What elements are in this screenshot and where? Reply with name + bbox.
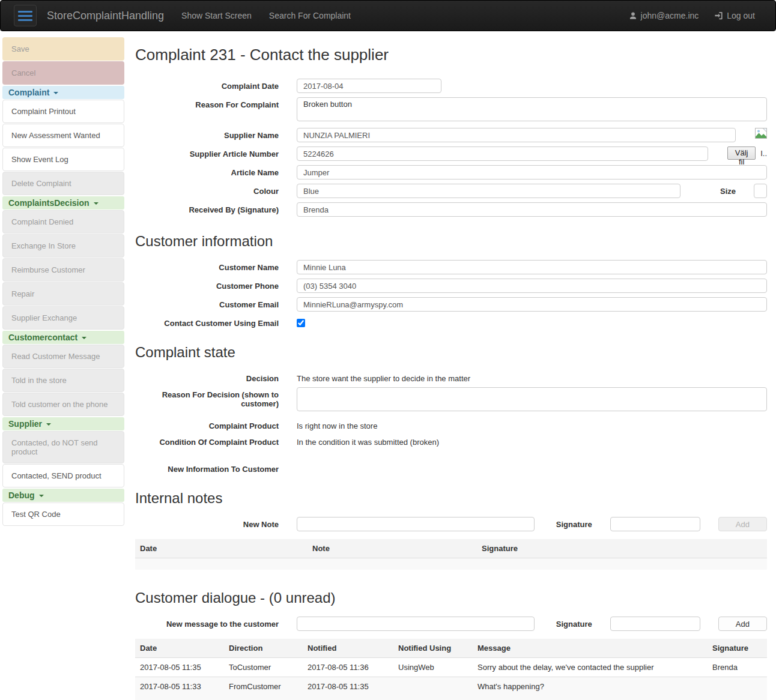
sidebar-item-new-assessment-wanted[interactable]: New Assessment Wanted — [2, 124, 124, 147]
message-signature-label: Signature — [556, 617, 592, 629]
contact-customer-using-email-checkbox[interactable] — [297, 319, 305, 327]
hamburger-bar — [18, 11, 32, 13]
cell-direction: ToCustomer — [224, 657, 303, 677]
received-by-label: Received By (Signature) — [135, 202, 279, 214]
sidebar-item-show-event-log[interactable]: Show Event Log — [2, 148, 124, 171]
sidebar-item-supplier-exchange[interactable]: Supplier Exchange — [2, 306, 124, 330]
sidebar-item-complaint-denied[interactable]: Complaint Denied — [2, 210, 124, 234]
message-signature-input[interactable] — [610, 617, 700, 631]
sidebar-item-told-customer-on-the-phone[interactable]: Told customer on the phone — [2, 393, 124, 416]
reason-for-decision-label: Reason For Decision (shown to customer) — [135, 387, 279, 408]
colour-label: Colour — [135, 184, 279, 196]
complaint-date-input[interactable] — [297, 79, 441, 93]
new-message-input[interactable] — [297, 617, 535, 631]
article-name-input[interactable] — [297, 165, 767, 180]
new-message-label: New message to the customer — [135, 617, 279, 629]
customer-name-input[interactable] — [297, 260, 767, 274]
customer-dialogue-heading: Customer dialogue - (0 unread) — [135, 590, 767, 606]
sidebar-item-exchange-in-store[interactable]: Exchange In Store — [2, 234, 124, 258]
sidebar-section-customercontact[interactable]: Customercontact — [2, 331, 124, 344]
internal-notes-empty-row — [135, 558, 767, 570]
contact-customer-using-email-label: Contact Customer Using Email — [135, 316, 279, 328]
file-name-text: I.. — [760, 149, 767, 158]
add-message-button[interactable]: Add — [718, 617, 767, 631]
nav-search-for-complaint[interactable]: Search For Complaint — [269, 11, 351, 20]
add-note-button[interactable]: Add — [718, 517, 767, 531]
chevron-down-icon — [53, 92, 58, 94]
customer-dialogue-header-row: Date Direction Notified Notified Using M… — [135, 639, 767, 657]
cell-message: What's happening? — [473, 677, 708, 700]
save-button[interactable]: Save — [2, 37, 124, 61]
chevron-down-icon — [82, 337, 86, 339]
broken-image-icon — [755, 128, 767, 140]
decision-value: The store want the supplier to decide in… — [297, 371, 470, 383]
section-label: Customercontact — [8, 333, 77, 342]
reason-for-decision-textarea[interactable] — [297, 387, 767, 411]
sidebar-section-complaintsdecision[interactable]: ComplaintsDecision — [2, 196, 124, 210]
nav-show-start-screen[interactable]: Show Start Screen — [181, 11, 252, 20]
column-header-date: Date — [135, 639, 224, 657]
sidebar-item-complaint-printout[interactable]: Complaint Printout — [2, 100, 124, 123]
cell-signature: Brenda — [708, 657, 767, 677]
sidebar-item-reimburse-customer[interactable]: Reimburse Customer — [2, 258, 124, 282]
choose-file-button[interactable]: Välj fil — [727, 146, 756, 160]
customer-phone-label: Customer Phone — [135, 279, 279, 291]
column-header-message: Message — [473, 639, 708, 657]
colour-input[interactable] — [297, 184, 681, 198]
size-input[interactable] — [754, 184, 767, 198]
chevron-down-icon — [46, 423, 51, 426]
sidebar-item-read-customer-message[interactable]: Read Customer Message — [2, 345, 124, 368]
complaint-state-heading: Complaint state — [135, 344, 767, 361]
customer-phone-input[interactable] — [297, 279, 767, 293]
decision-label: Decision — [135, 371, 279, 383]
complaint-date-label: Complaint Date — [135, 79, 279, 91]
user-icon — [629, 11, 637, 20]
note-signature-input[interactable] — [610, 517, 700, 531]
main-content: Complaint 231 - Contact the supplier Com… — [135, 37, 767, 700]
column-header-direction: Direction — [224, 639, 303, 657]
supplier-name-input[interactable] — [297, 128, 736, 142]
sidebar-item-repair[interactable]: Repair — [2, 282, 124, 306]
sidebar-section-supplier[interactable]: Supplier — [2, 417, 124, 430]
app-brand[interactable]: StoreComplaintHandling — [47, 10, 164, 22]
hamburger-bar — [18, 19, 32, 21]
customer-dialogue-table: Date Direction Notified Notified Using M… — [135, 639, 767, 700]
user-menu[interactable]: john@acme.inc — [629, 11, 699, 20]
received-by-input[interactable] — [297, 202, 767, 217]
internal-notes-table: Date Note Signature — [135, 539, 767, 570]
complaint-product-label: Complaint Product — [135, 418, 279, 430]
sidebar-item-delete-complaint[interactable]: Delete Complaint — [2, 172, 124, 195]
internal-notes-header-row: Date Note Signature — [135, 539, 767, 558]
section-label: ComplaintsDecision — [8, 198, 89, 208]
chevron-down-icon — [39, 495, 44, 497]
cell-notified: 2017-08-05 11:35 — [303, 677, 393, 700]
supplier-article-number-input[interactable] — [297, 146, 708, 161]
cell-message: Sorry about the delay, we've contacted t… — [473, 657, 708, 677]
hamburger-menu-icon[interactable] — [14, 5, 37, 26]
size-label: Size — [720, 184, 736, 196]
cell-signature — [708, 677, 767, 700]
chevron-down-icon — [94, 202, 99, 205]
sidebar-item-contacted-send-product[interactable]: Contacted, SEND product — [2, 464, 124, 487]
section-label: Debug — [8, 490, 35, 500]
new-note-input[interactable] — [297, 517, 535, 531]
supplier-name-label: Supplier Name — [135, 128, 279, 140]
dialogue-row: 2017-08-05 11:35 ToCustomer 2017-08-05 1… — [135, 657, 767, 677]
cancel-button[interactable]: Cancel — [2, 61, 124, 85]
section-label: Complaint — [8, 88, 49, 97]
new-note-label: New Note — [135, 517, 279, 529]
new-information-to-customer-label: New Information To Customer — [135, 462, 279, 474]
sidebar-section-debug[interactable]: Debug — [2, 489, 124, 502]
column-header-note: Note — [308, 539, 477, 558]
logout-button[interactable]: Log out — [714, 11, 755, 20]
sidebar-item-contacted-do-not-send-product[interactable]: Contacted, do NOT send product — [2, 431, 124, 463]
sidebar-item-test-qr-code[interactable]: Test QR Code — [2, 502, 124, 526]
navbar-right: john@acme.inc Log out — [629, 11, 755, 20]
reason-for-complaint-textarea[interactable]: Broken button — [297, 97, 767, 121]
sidebar-item-told-in-the-store[interactable]: Told in the store — [2, 369, 124, 392]
sidebar-section-complaint[interactable]: Complaint — [2, 86, 124, 99]
cell-notified-using: UsingWeb — [393, 657, 473, 677]
customer-email-input[interactable] — [297, 297, 767, 312]
column-header-notified-using: Notified Using — [393, 639, 473, 657]
reason-for-complaint-label: Reason For Complaint — [135, 97, 279, 109]
